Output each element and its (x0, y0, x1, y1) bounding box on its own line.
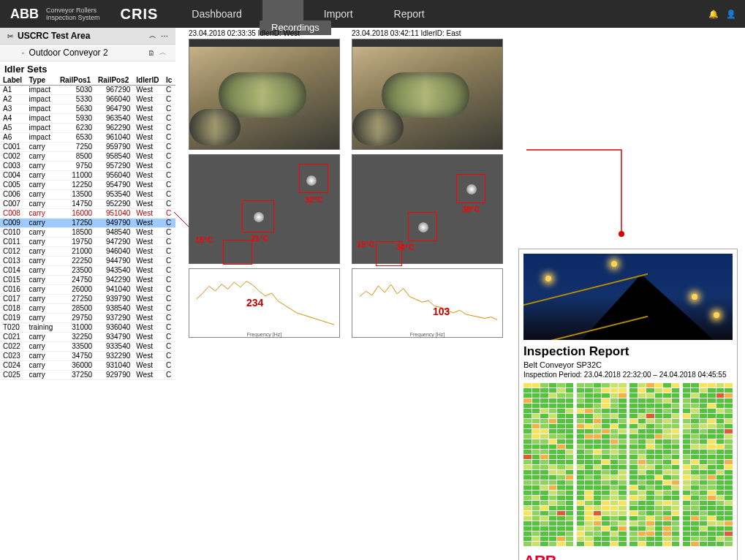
tree-area-row[interactable]: ✂ USCRC Test Area ︿ ⋯ (0, 28, 175, 45)
thermal-image-west[interactable]: 32°C 21°C 15°C (189, 154, 340, 264)
table-row[interactable]: A2impact5330966040WestC (0, 95, 175, 105)
table-row[interactable]: C019carry29750937290WestC (0, 314, 175, 323)
table-row[interactable]: C006carry13500953540WestC (0, 190, 175, 200)
spectrum-chart-east[interactable]: 103 Frequency [Hz] (352, 268, 503, 338)
scissors-icon: ✂ (7, 32, 13, 40)
table-row[interactable]: A3impact5630964790WestC (0, 105, 175, 114)
left-panel: ✂ USCRC Test Area ︿ ⋯ ▫ Outdoor Conveyor… (0, 28, 175, 380)
col-label[interactable]: Label (0, 75, 26, 86)
col-ic[interactable]: Ic (163, 75, 175, 86)
ellipsis-icon[interactable]: ⋯ (161, 32, 168, 40)
tree-conveyor-label: Outdoor Conveyor 2 (29, 48, 108, 58)
table-row[interactable]: C001carry7250959790WestC (0, 143, 175, 152)
visual-image-west[interactable] (189, 39, 340, 150)
chevron-up-icon[interactable]: ︿ (149, 31, 156, 41)
report-footer-logo: ABB (523, 552, 733, 560)
table-row[interactable]: C007carry14750952290WestC (0, 200, 175, 209)
table-row[interactable]: C013carry22250944790WestC (0, 257, 175, 266)
page-icon[interactable]: 🗎 (148, 49, 155, 57)
table-row[interactable]: C009carry17250949790WestC (0, 219, 175, 228)
col-idlerid[interactable]: IdlerID (133, 75, 163, 86)
report-hero-image (523, 254, 733, 340)
table-row[interactable]: C022carry33500933540WestC (0, 342, 175, 352)
recording-east: 23.04.2018 03:42:11 IdlerID: East 38°C 3… (352, 29, 503, 338)
svg-point-0 (619, 231, 624, 237)
table-row[interactable]: C002carry8500958540WestC (0, 152, 175, 162)
recording-west-caption: 23.04.2018 02:33:35 IdlerID: West (189, 29, 340, 37)
table-row[interactable]: C021carry32250934790WestC (0, 333, 175, 342)
visual-image-east[interactable] (352, 39, 503, 150)
table-row[interactable]: C015carry24750942290WestC (0, 276, 175, 285)
tab-report[interactable]: Report (374, 0, 445, 28)
temp-label: 21°C (251, 234, 269, 243)
temp-label: 15°C (195, 235, 213, 244)
square-icon: ▫ (22, 49, 25, 57)
inspection-report-panel: Inspection Report Belt Conveyor SP32C In… (518, 249, 738, 560)
product-name: CRIS (107, 6, 172, 23)
table-row[interactable]: C011carry19750947290WestC (0, 238, 175, 247)
table-row[interactable]: C014carry23500943540WestC (0, 266, 175, 276)
tab-dashboard[interactable]: Dashboard (171, 0, 262, 28)
col-railpos1[interactable]: RailPos1 (57, 75, 95, 86)
brand-logo: ABB (0, 7, 46, 22)
system-name-line1: Conveyor Rollers (46, 7, 100, 14)
temp-label: 15°C (357, 240, 375, 249)
spectrum-chart-west[interactable]: 234 Frequency [Hz] (189, 268, 340, 338)
callout-line-to-report (526, 150, 629, 238)
recordings-panel: 23.04.2018 02:33:35 IdlerID: West 32°C 2… (189, 29, 510, 338)
header-actions: 🔔 👤 (708, 10, 745, 19)
report-heatmap-strips (523, 383, 733, 546)
table-row[interactable]: T020training31000936040WestC (0, 323, 175, 333)
recording-west: 23.04.2018 02:33:35 IdlerID: West 32°C 2… (189, 29, 340, 338)
recording-east-caption: 23.04.2018 03:42:11 IdlerID: East (352, 29, 503, 37)
table-row[interactable]: C024carry36000931040WestC (0, 361, 175, 371)
table-row[interactable]: C018carry28500938540WestC (0, 304, 175, 314)
table-row[interactable]: A6impact6530961040WestC (0, 133, 175, 143)
user-icon[interactable]: 👤 (726, 10, 736, 19)
table-row[interactable]: C017carry27250939790WestC (0, 295, 175, 304)
col-railpos2[interactable]: RailPos2 (95, 75, 133, 86)
tree-conveyor-row[interactable]: ▫ Outdoor Conveyor 2 🗎 ︿ (0, 45, 175, 61)
chevron-up-icon[interactable]: ︿ (159, 48, 167, 58)
table-row[interactable]: C010carry18500948540WestC (0, 228, 175, 238)
chart-xlabel: Frequency [Hz] (352, 332, 502, 337)
system-name: Conveyor Rollers Inspection System (46, 7, 107, 21)
chart-xlabel: Frequency [Hz] (189, 332, 339, 337)
table-row[interactable]: C008carry16000951040WestC (0, 209, 175, 219)
table-row[interactable]: A1impact5030967290WestC (0, 86, 175, 95)
table-row[interactable]: C005carry12250954790WestC (0, 181, 175, 190)
table-row[interactable]: C023carry34750932290WestC (0, 352, 175, 361)
report-title: Inspection Report (523, 344, 733, 359)
idler-table[interactable]: LabelTypeRailPos1RailPos2IdlerIDIc A1imp… (0, 75, 175, 380)
col-type[interactable]: Type (26, 75, 56, 86)
bell-icon[interactable]: 🔔 (708, 10, 719, 19)
temp-label: 32°C (305, 195, 323, 204)
app-header: ABB Conveyor Rollers Inspection System C… (0, 0, 745, 28)
table-row[interactable]: C025carry37250929790WestC (0, 371, 175, 380)
idler-table-header: LabelTypeRailPos1RailPos2IdlerIDIc (0, 75, 175, 86)
report-subtitle: Belt Conveyor SP32C (523, 360, 733, 369)
chart-annotation: 103 (433, 306, 450, 317)
table-row[interactable]: C016carry26000941040WestC (0, 285, 175, 295)
temp-label: 38°C (462, 205, 480, 213)
report-period: Inspection Period: 23.04.2018 22:32:00 –… (523, 371, 733, 379)
table-row[interactable]: C004carry11000956040WestC (0, 171, 175, 181)
system-name-line2: Inspection System (46, 14, 100, 21)
table-row[interactable]: C012carry21000946040WestC (0, 247, 175, 257)
chart-annotation: 234 (246, 297, 263, 309)
table-row[interactable]: A5impact6230962290WestC (0, 124, 175, 133)
tree-area-label: USCRC Test Area (18, 31, 90, 41)
table-row[interactable]: C003carry9750957290WestC (0, 162, 175, 171)
idler-sets-title: Idler Sets (0, 61, 175, 75)
table-row[interactable]: A4impact5930963540WestC (0, 114, 175, 124)
thermal-image-east[interactable]: 38°C 34°C 15°C (352, 154, 503, 264)
